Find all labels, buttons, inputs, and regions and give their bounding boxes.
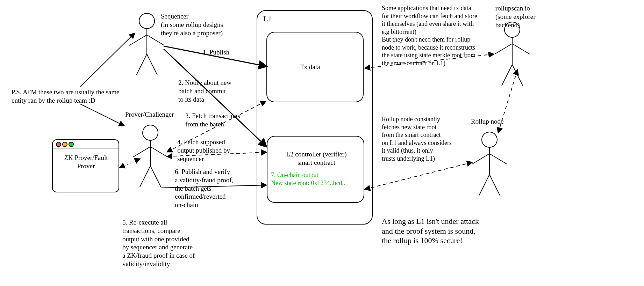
prover-label: Prover/Challenger xyxy=(125,110,174,119)
svg-line-16 xyxy=(512,44,530,54)
sequencer-figure xyxy=(129,13,164,75)
contract-label: L2 controller (verifier) smart contract xyxy=(280,150,353,167)
onchain-output: 7. On-chain output New state root: 0x123… xyxy=(271,171,362,187)
window-dot-yellow xyxy=(62,142,67,147)
l1-label: L1 xyxy=(263,14,272,24)
svg-point-19 xyxy=(482,132,497,147)
svg-line-10 xyxy=(150,147,168,157)
svg-point-1 xyxy=(139,13,155,29)
arrow6-label: 6. Publish and verify a validity/fraud p… xyxy=(175,168,255,209)
svg-point-7 xyxy=(143,125,158,140)
node-contract xyxy=(365,162,472,189)
rollup-node-figure xyxy=(472,132,507,196)
arrow2-label: 2. Notify about new batch and commit to … xyxy=(178,79,255,103)
arrow4-label: 4. Fetch supposed output published by se… xyxy=(177,138,258,163)
window-dot-green xyxy=(69,142,74,147)
svg-line-5 xyxy=(136,54,147,75)
node-note: Rollup node constantly fetches new state… xyxy=(382,115,473,162)
explorer-label: rollupscan.io (some explorer backend) xyxy=(495,4,551,29)
svg-line-6 xyxy=(147,54,157,75)
arrow3-label: 3. Fetch transactions from the batch xyxy=(185,112,262,129)
sequencer-label: Sequencer (in some rollup designs they'r… xyxy=(161,12,248,37)
svg-line-11 xyxy=(140,166,150,187)
ps-to-sequencer xyxy=(80,33,135,87)
ps-to-prover xyxy=(80,104,124,126)
svg-layer xyxy=(0,0,644,286)
contract-box xyxy=(267,136,364,203)
svg-line-15 xyxy=(495,44,512,54)
txdata-label: Tx data xyxy=(300,63,320,71)
svg-line-12 xyxy=(150,166,161,187)
svg-line-22 xyxy=(489,154,507,164)
diagram-root: Sequencer (in some rollup designs they'r… xyxy=(0,0,644,286)
svg-line-9 xyxy=(133,147,150,157)
svg-line-3 xyxy=(129,35,147,45)
step5-note: 5. Re-execute all transactions, compare … xyxy=(122,218,220,268)
security-note: As long as L1 isn't under attack and the… xyxy=(382,217,511,245)
apps-note: Some applications that need tx data for … xyxy=(382,4,497,67)
l1-box xyxy=(257,10,372,224)
ps-note: P.S. ATM these two are usually the same … xyxy=(12,88,151,105)
svg-line-17 xyxy=(502,65,512,86)
svg-line-23 xyxy=(479,175,489,196)
zk-link xyxy=(120,159,140,168)
window-dot-red xyxy=(56,142,61,147)
arrow1-label: 1. Publish xyxy=(203,48,229,57)
svg-line-21 xyxy=(472,154,489,164)
explorer-figure xyxy=(495,22,530,86)
prover-figure xyxy=(133,125,168,187)
zk-label: ZK Prover/Fault Prover xyxy=(59,154,113,170)
svg-line-24 xyxy=(489,175,500,196)
rollup-node-label: Rollup node xyxy=(471,117,503,126)
